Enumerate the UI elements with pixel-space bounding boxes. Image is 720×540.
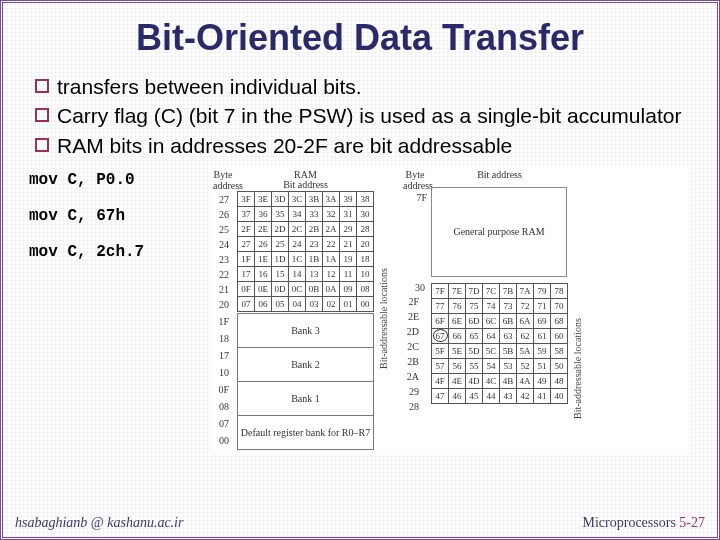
- bit-cell: 29: [340, 221, 357, 236]
- bit-cell: 09: [340, 281, 357, 296]
- bit-cell: 46: [449, 388, 466, 403]
- bit-cell: 7C: [483, 283, 500, 298]
- byte-addr: 21: [213, 282, 231, 297]
- bit-cell: 3E: [255, 191, 272, 206]
- bit-cell: 13: [306, 266, 323, 281]
- right-vertical-label: Bit-addressable locations: [572, 299, 583, 419]
- bit-cell: 15: [272, 266, 289, 281]
- bit-cell: 5E: [449, 343, 466, 358]
- bit-cell: 38: [357, 191, 374, 206]
- bit-cell: 35: [272, 206, 289, 221]
- bank-addr: 10: [213, 364, 231, 381]
- bit-cell: 16: [255, 266, 272, 281]
- bit-cell: 55: [466, 358, 483, 373]
- bit-cell: 5B: [500, 343, 517, 358]
- left-bit-table: 3F3E3D3C3B3A393837363534333231302F2E2D2C…: [237, 191, 374, 312]
- bullet-item: RAM bits in addresses 20-2F are bit addr…: [35, 132, 691, 159]
- bit-cell: 68: [551, 313, 568, 328]
- bit-cell: 0E: [255, 281, 272, 296]
- bit-cell: 42: [517, 388, 534, 403]
- bit-cell: 53: [500, 358, 517, 373]
- bit-cell: 49: [534, 373, 551, 388]
- bit-cell: 58: [551, 343, 568, 358]
- right-stack: Bit address General purpose RAM 7F7E7D7C…: [431, 169, 568, 450]
- bit-cell: 10: [357, 266, 374, 281]
- bit-cell: 25: [272, 236, 289, 251]
- bit-cell: 45: [466, 388, 483, 403]
- byte-addr: 23: [213, 252, 231, 267]
- bit-cell: 48: [551, 373, 568, 388]
- bit-cell: 0C: [289, 281, 306, 296]
- bullet-text: transfers between individual bits.: [57, 73, 362, 100]
- bit-cell: 6D: [466, 313, 483, 328]
- bit-cell: 2B: [306, 221, 323, 236]
- bit-cell: 2D: [272, 221, 289, 236]
- left-byte-col: Byte address 2726252423222120 1F1817100F…: [213, 169, 233, 450]
- bit-cell: 3C: [289, 191, 306, 206]
- bit-cell: 39: [340, 191, 357, 206]
- bullet-list: transfers between individual bits. Carry…: [35, 73, 691, 159]
- bit-cell: 03: [306, 296, 323, 311]
- bit-addr-header: Bit address: [431, 169, 568, 180]
- bit-cell: 7F: [432, 283, 449, 298]
- bit-cell: 3F: [238, 191, 255, 206]
- bit-cell: 30: [357, 206, 374, 221]
- right-byte-col: Byte address 7F 30 2F2E2D2C2B2A2928: [403, 169, 427, 450]
- bit-cell: 06: [255, 296, 272, 311]
- slide: Bit-Oriented Data Transfer transfers bet…: [0, 0, 720, 540]
- byte-addr-header: Byte address: [403, 169, 427, 191]
- bit-cell: 4B: [500, 373, 517, 388]
- bit-cell: 47: [432, 388, 449, 403]
- bit-cell: 01: [340, 296, 357, 311]
- bit-cell: 3D: [272, 191, 289, 206]
- bit-cell: 51: [534, 358, 551, 373]
- left-byte-addrs: 2726252423222120: [213, 192, 233, 312]
- bit-cell: 6A: [517, 313, 534, 328]
- bank-addr-col: 1F1817100F080700: [213, 313, 233, 449]
- left-vertical-label: Bit-addressable locations: [378, 249, 389, 369]
- bit-cell: 44: [483, 388, 500, 403]
- bit-cell: 71: [534, 298, 551, 313]
- bit-addr-header: Bit address: [237, 179, 374, 190]
- bit-cell: 75: [466, 298, 483, 313]
- bit-cell: 36: [255, 206, 272, 221]
- bit-cell: 67: [432, 328, 449, 343]
- bit-cell: 56: [449, 358, 466, 373]
- bit-cell: 1F: [238, 251, 255, 266]
- bit-cell: 69: [534, 313, 551, 328]
- bit-cell: 14: [289, 266, 306, 281]
- bit-cell: 20: [357, 236, 374, 251]
- bit-cell: 50: [551, 358, 568, 373]
- bit-cell: 4F: [432, 373, 449, 388]
- byte-addr: 2E: [403, 309, 421, 324]
- bit-cell: 1D: [272, 251, 289, 266]
- bit-cell: 23: [306, 236, 323, 251]
- bit-cell: 54: [483, 358, 500, 373]
- bit-cell: 3A: [323, 191, 340, 206]
- bit-cell: 59: [534, 343, 551, 358]
- bit-cell: 5F: [432, 343, 449, 358]
- bit-cell: 4D: [466, 373, 483, 388]
- bank-addr: 17: [213, 347, 231, 364]
- content-row: mov C, P0.0 mov C, 67h mov C, 2ch.7 Byte…: [29, 165, 691, 454]
- bit-cell: 22: [323, 236, 340, 251]
- bit-cell: 12: [323, 266, 340, 281]
- byte-addr: 28: [403, 399, 421, 414]
- bit-cell: 07: [238, 296, 255, 311]
- bit-cell: 4E: [449, 373, 466, 388]
- addr-7f: 7F: [403, 192, 427, 206]
- bullet-text: Carry flag (C) (bit 7 in the PSW) is use…: [57, 102, 681, 129]
- bit-cell: 0F: [238, 281, 255, 296]
- addr-30: 30: [403, 282, 427, 294]
- bit-cell: 60: [551, 328, 568, 343]
- bit-cell: 7B: [500, 283, 517, 298]
- bank-addr: 0F: [213, 381, 231, 398]
- bit-cell: 72: [517, 298, 534, 313]
- ram-diagram: Byte address 2726252423222120 1F1817100F…: [211, 165, 691, 454]
- bit-cell: 76: [449, 298, 466, 313]
- bit-cell: 63: [500, 328, 517, 343]
- bank-cell: Bank 3: [238, 313, 374, 347]
- byte-addr-header: Byte address: [213, 169, 233, 191]
- bank-addr: 00: [213, 432, 231, 449]
- byte-addr: 26: [213, 207, 231, 222]
